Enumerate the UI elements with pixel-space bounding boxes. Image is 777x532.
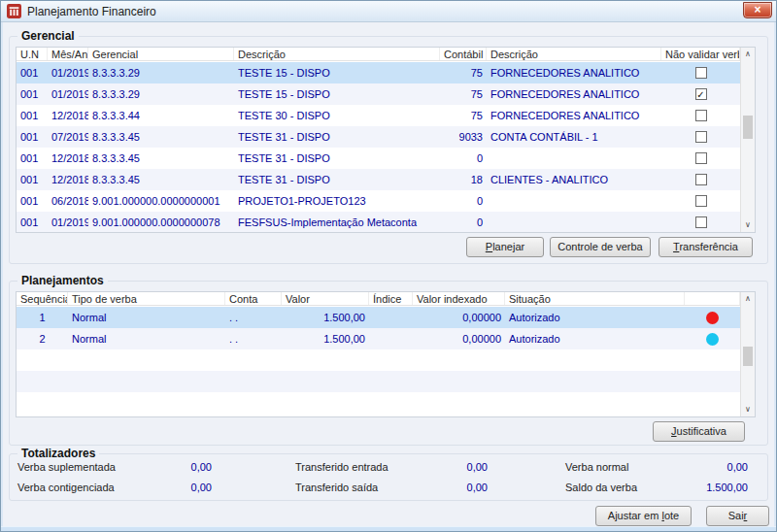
transferencia-button[interactable]: Transferência [659, 237, 753, 257]
group-gerencial: Gerencial U.NMês/AnoGerencialDescriçãoCo… [9, 36, 768, 264]
planejar-button[interactable]: Planejar [466, 237, 544, 257]
group-totalizadores-title: Totalizadores [17, 447, 99, 460]
close-button[interactable]: × [743, 2, 772, 18]
table-cell [369, 328, 413, 349]
group-totalizadores: Totalizadores Verba suplementada 0,00 Tr… [9, 453, 768, 501]
table-cell: FORNECEDORES ANALITICO [487, 83, 661, 105]
table-row[interactable]: 00106/20189.001.000000.0000000001PROJETO… [17, 190, 740, 212]
table-cell: 0 [440, 148, 487, 169]
table-cell: . . [225, 328, 282, 349]
table-cell: FORNECEDORES ANALITICO [487, 62, 661, 83]
scroll-down-arrow[interactable]: ∨ [741, 218, 755, 232]
column-header[interactable]: Situação [505, 292, 685, 305]
column-header[interactable]: Descrição [234, 48, 440, 60]
table-cell: 001 [17, 83, 48, 105]
table-cell [661, 148, 740, 169]
scroll-thumb[interactable] [743, 116, 753, 139]
column-header[interactable]: Contábil [440, 48, 487, 60]
value-saldo-da-verba: 1.500,00 [631, 482, 748, 493]
table-cell [661, 126, 740, 148]
table-cell: 1 [17, 307, 68, 328]
column-header[interactable] [685, 292, 740, 305]
scroll-up-arrow[interactable]: ∧ [741, 48, 755, 61]
table-cell: 9.001.000000.0000000001 [88, 190, 234, 212]
ajustar-em-lote-button[interactable]: Ajustar em lote [595, 506, 692, 526]
scroll-up-arrow[interactable]: ∧ [741, 292, 755, 306]
table-cell: ✓ [661, 83, 740, 105]
title-bar: Planejamento Financeiro × [1, 1, 776, 22]
label-verba-suplementada: Verba suplementada [17, 461, 116, 473]
table-cell: 001 [17, 169, 48, 190]
column-header[interactable]: Conta [225, 292, 282, 305]
empty-row [17, 371, 740, 392]
table-cell: 0 [440, 212, 487, 232]
column-header[interactable]: Gerencial [88, 48, 234, 60]
table-row[interactable]: 1Normal. .1.500,000,00000Autorizado [17, 307, 740, 328]
column-header[interactable]: Valor [282, 292, 369, 305]
planejamentos-table-body: 1Normal. .1.500,000,00000Autorizado2Norm… [17, 307, 740, 416]
nao-validar-checkbox[interactable] [695, 216, 707, 228]
table-cell [685, 328, 740, 349]
table-cell: Normal [68, 307, 225, 328]
table-cell: 75 [440, 105, 487, 126]
table-cell: 01/2019 [48, 83, 88, 105]
column-header[interactable]: Não validar verba [661, 48, 740, 60]
nao-validar-checkbox[interactable] [695, 152, 707, 164]
column-header[interactable]: Valor indexado [413, 292, 505, 305]
table-cell: 1.500,00 [282, 328, 369, 349]
scroll-thumb[interactable] [743, 347, 753, 366]
table-cell: 8.3.3.3.44 [88, 105, 234, 126]
column-header[interactable]: Tipo de verba [68, 292, 225, 305]
table-row[interactable]: 00101/20198.3.3.3.29TESTE 15 - DISPO75FO… [17, 83, 740, 105]
column-header[interactable]: Mês/Ano [48, 48, 88, 60]
column-header[interactable]: U.N [17, 48, 48, 60]
nao-validar-checkbox[interactable]: ✓ [695, 88, 707, 100]
table-cell: 01/2019 [48, 212, 88, 232]
table-row[interactable]: 00107/20198.3.3.3.45TESTE 31 - DISPO9033… [17, 126, 740, 148]
table-cell: 2 [17, 328, 68, 349]
column-header[interactable]: Descrição [487, 48, 661, 60]
scroll-down-arrow[interactable]: ∨ [741, 403, 755, 416]
table-cell: 001 [17, 212, 48, 232]
table-cell [661, 105, 740, 126]
table-cell: . . [225, 307, 282, 328]
sair-button[interactable]: Sair [706, 506, 769, 526]
table-row[interactable]: 00101/20199.001.000000.0000000078FESFSUS… [17, 212, 740, 232]
column-header[interactable]: Sequência [17, 292, 68, 305]
table-row[interactable]: 00112/20188.3.3.3.45TESTE 31 - DISPO18CL… [17, 169, 740, 190]
group-gerencial-title: Gerencial [17, 29, 79, 43]
column-header[interactable]: Índice [369, 292, 413, 305]
table-cell: 001 [17, 190, 48, 212]
justificativa-button[interactable]: Justificativa [653, 421, 745, 442]
app-icon [7, 4, 21, 18]
table-row[interactable]: 00112/20188.3.3.3.45TESTE 31 - DISPO0 [17, 148, 740, 169]
table-cell: 8.3.3.3.45 [88, 148, 234, 169]
nao-validar-checkbox[interactable] [695, 131, 707, 143]
gerencial-vertical-scrollbar[interactable]: ∧ ∨ [740, 48, 755, 232]
value-verba-normal: 0,00 [631, 461, 748, 473]
nao-validar-checkbox[interactable] [695, 110, 707, 121]
nao-validar-checkbox[interactable] [695, 174, 707, 185]
table-cell: 8.3.3.3.29 [88, 83, 234, 105]
table-row[interactable]: 2Normal. .1.500,000,00000Autorizado [17, 328, 740, 349]
table-cell: 0 [440, 190, 487, 212]
empty-row [17, 349, 740, 371]
nao-validar-checkbox[interactable] [695, 195, 707, 207]
table-cell: TESTE 31 - DISPO [234, 126, 440, 148]
value-transferido-entrada: 0,00 [371, 461, 488, 473]
table-cell [661, 62, 740, 83]
table-cell: 01/2019 [48, 62, 88, 83]
table-cell: CONTA CONTÁBIL - 1 [487, 126, 661, 148]
table-row[interactable]: 00101/20198.3.3.3.29TESTE 15 - DISPO75FO… [17, 62, 740, 83]
nao-validar-checkbox[interactable] [695, 67, 707, 79]
table-cell: 1.500,00 [282, 307, 369, 328]
table-cell: 06/2018 [48, 190, 88, 212]
table-cell [487, 148, 661, 169]
controle-de-verba-button[interactable]: Controle de verba [550, 237, 651, 257]
planejamentos-vertical-scrollbar[interactable]: ∧ ∨ [740, 292, 755, 416]
gerencial-table: U.NMês/AnoGerencialDescriçãoContábilDesc… [16, 47, 756, 233]
window-bottom-frame [1, 526, 776, 531]
table-row[interactable]: 00112/20188.3.3.3.44TESTE 30 - DISPO75FO… [17, 105, 740, 126]
status-dot [706, 333, 719, 346]
table-cell: TESTE 30 - DISPO [234, 105, 440, 126]
